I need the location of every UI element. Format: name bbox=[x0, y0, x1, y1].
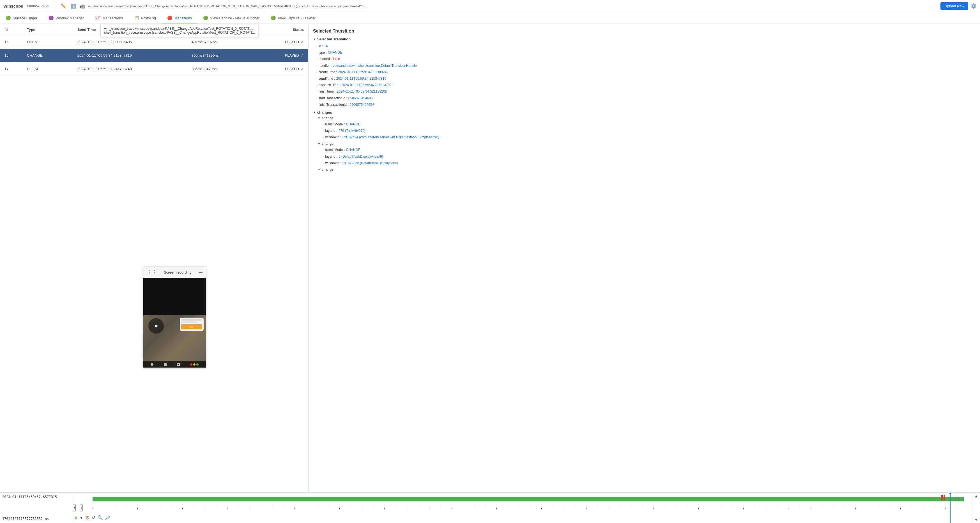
tab-transactions[interactable]: 📈 Transactions bbox=[89, 12, 129, 24]
timeline-left: 2024-01-11T05:59:37.6577315 170495277765… bbox=[0, 493, 73, 523]
row-type: OPEN bbox=[27, 40, 77, 44]
filter-dropdown[interactable]: ▼ bbox=[80, 516, 83, 520]
scroll-up-btn[interactable]: ▲ bbox=[974, 494, 978, 498]
download-button[interactable]: ⬇️ bbox=[70, 2, 78, 10]
scroll-down-btn[interactable]: ▼ bbox=[974, 517, 978, 522]
row-status: PLAYED ✓ bbox=[248, 39, 304, 45]
red-mark bbox=[941, 495, 943, 501]
panel-title: Selected Transition bbox=[313, 29, 975, 33]
finishtransaction-value: 6506875454684 bbox=[350, 102, 374, 107]
filter-arrow-icon: ▼ bbox=[80, 516, 83, 520]
tab-taskbar-label: View Capture - Taskbar bbox=[278, 16, 315, 20]
row-status: PLAYED ✓ bbox=[248, 53, 304, 58]
change2-transitmode: transitMode : CHANGE bbox=[318, 147, 975, 153]
finishtime-key: finishTime : bbox=[319, 89, 336, 94]
settings-button[interactable]: ⚙️ bbox=[970, 3, 977, 9]
row-duration: 305ms841390ns bbox=[192, 53, 248, 57]
main-green-bar bbox=[92, 497, 949, 501]
upload-button[interactable]: Upload New bbox=[940, 2, 968, 10]
table-body: 15 OPEN 2024-01-11T05:59:32.000036495 49… bbox=[0, 35, 308, 264]
surface-flinger-icon: 🟢 bbox=[6, 16, 11, 21]
detail-item-id: id : 16 bbox=[317, 43, 975, 49]
finishtime-value: 2024-01-11T05:59:34.521189206 bbox=[337, 89, 387, 94]
transitions-icon: 🔴 bbox=[167, 16, 172, 21]
changes-toggle[interactable]: ▼ changes bbox=[313, 110, 975, 115]
screen-recording-minimize-btn[interactable]: — bbox=[199, 270, 202, 274]
filter-green-btn[interactable]: ≡ bbox=[74, 515, 77, 521]
change2-label: change bbox=[322, 142, 334, 146]
right-panel: Selected Transition ▼ Selected Transitio… bbox=[309, 24, 980, 492]
screen-recording-header: ⋮⋮ Screen recording — bbox=[143, 267, 206, 278]
timeline-nav-left-btn[interactable]: ‹ bbox=[73, 504, 76, 512]
detail-item-createtime: createTime : 2024-01-11T05:59:34.0913092… bbox=[317, 69, 975, 75]
handler-key: handler : bbox=[319, 63, 332, 69]
sub-bar bbox=[959, 497, 964, 501]
edit-button[interactable]: ✏️ bbox=[60, 2, 68, 10]
tab-transitions[interactable]: 🔴 Transitions wm_transition_trace.winsco… bbox=[162, 12, 197, 24]
app-logo: Winscope bbox=[3, 4, 23, 8]
starttransaction-key: startTransactionId : bbox=[319, 96, 347, 101]
transitions-tooltip: wm_transition_trace.winscope (sandbox-PA… bbox=[100, 24, 258, 37]
row-duration: 491ms97697ns bbox=[192, 40, 248, 44]
detail-item-starttransaction: startTransactionId : 6506875454683 bbox=[317, 95, 975, 102]
screen-recording-menu[interactable]: ⋮⋮ bbox=[147, 269, 157, 275]
zoom-out-btn[interactable]: 🔎 bbox=[105, 515, 110, 520]
tab-view-capture-taskbar[interactable]: 🟢 View Capture - Taskbar bbox=[265, 12, 321, 24]
timeline-cursor bbox=[950, 493, 951, 523]
proto-log-icon: 📋 bbox=[134, 16, 139, 21]
toggle-arrow-icon: ▼ bbox=[313, 38, 316, 41]
red-marks bbox=[941, 495, 945, 502]
id-value: 16 bbox=[324, 43, 328, 49]
played-label: PLAYED bbox=[285, 53, 299, 57]
change2-windowid: windowId : 0x15720dc (DefaultTaskDisplay… bbox=[318, 160, 975, 166]
table-row[interactable]: 15 OPEN 2024-01-11T05:59:32.000036495 49… bbox=[0, 35, 308, 49]
check-icon: ✓ bbox=[300, 53, 304, 58]
sandbox-label: sandbox-PASS__... bbox=[27, 4, 56, 8]
detail-item-dispatchtime: dispatchTime : 2024-01-11T05:59:34.22721… bbox=[317, 82, 975, 88]
row-id: 16 bbox=[5, 53, 27, 57]
row-type: CLOSE bbox=[27, 67, 77, 71]
timeline-ns: 17049527776577731532 ns bbox=[2, 517, 70, 521]
finishtransaction-key: finishTransactionId : bbox=[319, 102, 348, 107]
tabbar: 🟢 Surface Flinger 🟣 Window Manager 📈 Tra… bbox=[0, 12, 980, 24]
tooltip-line2: shell_transition_trace.winscope (sandbox… bbox=[104, 30, 255, 35]
detail-item-handler: handler : com.android.wm.shell.transitio… bbox=[317, 62, 975, 69]
aborted-key: aborted : bbox=[319, 56, 332, 62]
changes-label: changes bbox=[317, 110, 332, 115]
android-icon: 🤖 bbox=[80, 3, 86, 9]
table-row[interactable]: 16 CHANGE 2024-01-11T05:59:34.215347816 … bbox=[0, 49, 308, 62]
change1-toggle[interactable]: ▼ change bbox=[318, 116, 975, 120]
topbar: Winscope sandbox-PASS__... ✏️ ⬇️ 🤖 wm_tr… bbox=[0, 0, 980, 12]
change3-label: change bbox=[322, 167, 334, 171]
change3-toggle[interactable]: ▼ change bbox=[318, 167, 975, 171]
createtime-key: createTime : bbox=[319, 70, 337, 75]
tooltip-line1: wm_transition_trace.winscope (sandbox-PA… bbox=[104, 27, 255, 30]
table-row[interactable]: 17 CLOSE 2024-01-11T05:59:37.246793740 3… bbox=[0, 62, 308, 76]
transactions-icon: 📈 bbox=[95, 16, 100, 21]
row-type: CHANGE bbox=[27, 53, 77, 57]
change2-layerid: layerId : 9 (DefaultTaskDisplayArea#9) bbox=[318, 153, 975, 160]
change2-toggle[interactable]: ▼ change bbox=[318, 142, 975, 146]
zoom-in-btn[interactable]: 🔍 bbox=[98, 515, 103, 520]
reset-btn[interactable]: ↺ bbox=[92, 515, 95, 520]
screen-recording-content: 🕐 OK bbox=[143, 278, 206, 368]
dispatchtime-value: 2024-01-11T05:59:34.227213702 bbox=[341, 83, 391, 88]
timeline-nav-right-btn[interactable]: › bbox=[80, 504, 83, 512]
tab-window-manager[interactable]: 🟣 Window Manager bbox=[43, 12, 89, 24]
detail-item-finishtransaction: finishTransactionId : 6506875454684 bbox=[317, 102, 975, 108]
screen-recording-panel: ⋮⋮ Screen recording — 🕐 bbox=[143, 266, 206, 368]
tab-view-capture-nexuslauncher[interactable]: 🟢 View Capture - Nexuslauncher bbox=[197, 12, 265, 24]
red-mark bbox=[943, 495, 945, 501]
filter-red-btn[interactable]: ⊘ bbox=[85, 515, 89, 521]
change1-windowid: windowId : 0xf189b94 (com.android.server… bbox=[318, 134, 975, 140]
tab-surface-flinger[interactable]: 🟢 Surface Flinger bbox=[0, 12, 43, 24]
timeline-scroll-controls: ▲ ▼ bbox=[972, 493, 980, 523]
selected-transition-toggle[interactable]: ▼ Selected Transition bbox=[313, 37, 975, 41]
detail-item-sendtime: sendTime : 2024-01-11T05:59:34.215347816 bbox=[317, 75, 975, 82]
type-key: type : bbox=[319, 50, 327, 55]
change1-arrow-icon: ▼ bbox=[318, 116, 321, 120]
tick-marks-row bbox=[92, 503, 972, 507]
played-label: PLAYED bbox=[285, 67, 299, 71]
check-icon: ✓ bbox=[300, 66, 304, 72]
tab-proto-log[interactable]: 📋 ProtoLog bbox=[129, 12, 162, 24]
